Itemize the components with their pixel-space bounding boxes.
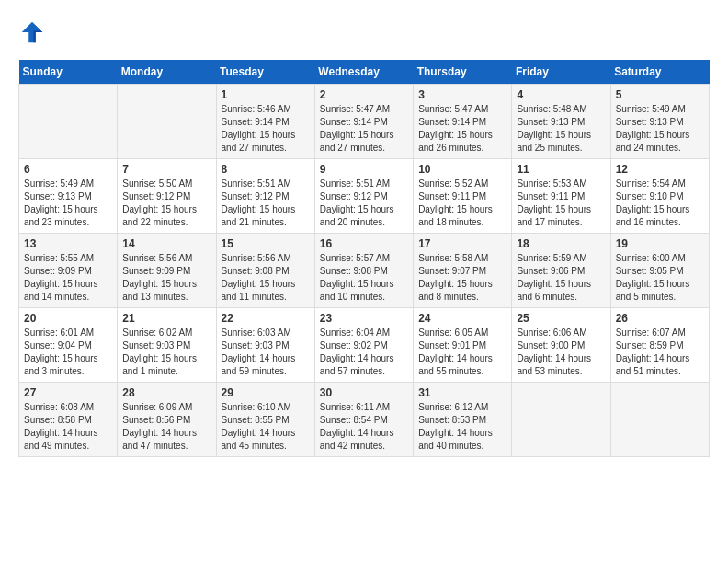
day-number: 29: [222, 386, 310, 399]
day-info: Sunrise: 6:08 AMSunset: 8:58 PMDaylight:…: [24, 401, 112, 453]
calendar-cell: 25Sunrise: 6:06 AMSunset: 9:00 PMDayligh…: [512, 308, 610, 383]
day-info: Sunrise: 5:51 AMSunset: 9:12 PMDaylight:…: [320, 178, 408, 229]
day-number: 24: [418, 312, 506, 325]
day-info: Sunrise: 6:01 AMSunset: 9:04 PMDaylight:…: [24, 327, 112, 378]
day-number: 26: [616, 312, 704, 325]
day-info: Sunrise: 5:50 AMSunset: 9:12 PMDaylight:…: [122, 178, 210, 229]
day-number: 23: [320, 312, 408, 325]
day-info: Sunrise: 6:04 AMSunset: 9:02 PMDaylight:…: [320, 327, 408, 378]
day-number: 13: [24, 237, 112, 250]
day-info: Sunrise: 5:48 AMSunset: 9:13 PMDaylight:…: [517, 103, 605, 155]
calendar-cell: 5Sunrise: 5:49 AMSunset: 9:13 PMDaylight…: [610, 85, 709, 159]
calendar-cell: 6Sunrise: 5:49 AMSunset: 9:13 PMDaylight…: [19, 159, 118, 234]
page-header: [18, 18, 710, 46]
day-number: 25: [517, 312, 605, 325]
day-info: Sunrise: 5:59 AMSunset: 9:06 PMDaylight:…: [517, 252, 605, 304]
day-number: 30: [320, 386, 408, 399]
calendar-cell: 8Sunrise: 5:51 AMSunset: 9:12 PMDaylight…: [216, 159, 314, 234]
day-info: Sunrise: 5:51 AMSunset: 9:12 PMDaylight:…: [222, 178, 310, 229]
day-number: 1: [222, 88, 310, 101]
calendar-cell: 10Sunrise: 5:52 AMSunset: 9:11 PMDayligh…: [414, 159, 512, 234]
col-friday: Friday: [512, 60, 610, 85]
day-number: 15: [222, 237, 310, 250]
calendar-cell: 11Sunrise: 5:53 AMSunset: 9:11 PMDayligh…: [512, 159, 610, 234]
day-number: 7: [122, 163, 210, 176]
calendar-cell: 24Sunrise: 6:05 AMSunset: 9:01 PMDayligh…: [414, 308, 512, 383]
calendar-cell: 19Sunrise: 6:00 AMSunset: 9:05 PMDayligh…: [610, 234, 709, 308]
day-info: Sunrise: 5:58 AMSunset: 9:07 PMDaylight:…: [418, 252, 506, 304]
day-info: Sunrise: 5:56 AMSunset: 9:09 PMDaylight:…: [122, 252, 210, 304]
day-info: Sunrise: 6:11 AMSunset: 8:54 PMDaylight:…: [320, 401, 408, 453]
logo-icon: [18, 18, 46, 46]
calendar-row-5: 27Sunrise: 6:08 AMSunset: 8:58 PMDayligh…: [19, 383, 710, 457]
day-info: Sunrise: 6:07 AMSunset: 8:59 PMDaylight:…: [616, 327, 704, 378]
day-number: 3: [418, 88, 506, 101]
day-number: 9: [320, 163, 408, 176]
day-info: Sunrise: 6:10 AMSunset: 8:55 PMDaylight:…: [222, 401, 310, 453]
day-number: 2: [320, 88, 408, 101]
calendar-row-3: 13Sunrise: 5:55 AMSunset: 9:09 PMDayligh…: [19, 234, 710, 308]
day-number: 31: [418, 386, 506, 399]
day-info: Sunrise: 5:55 AMSunset: 9:09 PMDaylight:…: [24, 252, 112, 304]
day-number: 10: [418, 163, 506, 176]
day-number: 12: [616, 163, 704, 176]
day-number: 4: [517, 88, 605, 101]
calendar-cell: 30Sunrise: 6:11 AMSunset: 8:54 PMDayligh…: [314, 383, 413, 457]
calendar-cell: 15Sunrise: 5:56 AMSunset: 9:08 PMDayligh…: [216, 234, 314, 308]
day-info: Sunrise: 6:09 AMSunset: 8:56 PMDaylight:…: [122, 401, 210, 453]
day-number: 19: [616, 237, 704, 250]
day-number: 16: [320, 237, 408, 250]
day-number: 14: [122, 237, 210, 250]
day-info: Sunrise: 5:46 AMSunset: 9:14 PMDaylight:…: [222, 103, 310, 155]
day-info: Sunrise: 5:53 AMSunset: 9:11 PMDaylight:…: [517, 178, 605, 229]
day-number: 17: [418, 237, 506, 250]
day-info: Sunrise: 6:02 AMSunset: 9:03 PMDaylight:…: [122, 327, 210, 378]
calendar-cell: [118, 85, 216, 159]
day-number: 8: [222, 163, 310, 176]
day-info: Sunrise: 5:54 AMSunset: 9:10 PMDaylight:…: [616, 178, 704, 229]
day-number: 27: [24, 386, 112, 399]
day-info: Sunrise: 5:52 AMSunset: 9:11 PMDaylight:…: [418, 178, 506, 229]
calendar-table: Sunday Monday Tuesday Wednesday Thursday…: [18, 60, 710, 457]
day-number: 5: [616, 88, 704, 101]
col-tuesday: Tuesday: [216, 60, 314, 85]
col-monday: Monday: [118, 60, 216, 85]
calendar-body: 1Sunrise: 5:46 AMSunset: 9:14 PMDaylight…: [19, 85, 710, 457]
calendar-cell: 2Sunrise: 5:47 AMSunset: 9:14 PMDaylight…: [314, 85, 413, 159]
day-info: Sunrise: 6:05 AMSunset: 9:01 PMDaylight:…: [418, 327, 506, 378]
calendar-cell: 7Sunrise: 5:50 AMSunset: 9:12 PMDaylight…: [118, 159, 216, 234]
col-saturday: Saturday: [610, 60, 709, 85]
calendar-cell: [512, 383, 610, 457]
calendar-cell: 20Sunrise: 6:01 AMSunset: 9:04 PMDayligh…: [19, 308, 118, 383]
day-info: Sunrise: 6:12 AMSunset: 8:53 PMDaylight:…: [418, 401, 506, 453]
day-info: Sunrise: 5:47 AMSunset: 9:14 PMDaylight:…: [320, 103, 408, 155]
calendar-cell: 29Sunrise: 6:10 AMSunset: 8:55 PMDayligh…: [216, 383, 314, 457]
day-number: 11: [517, 163, 605, 176]
logo: [18, 18, 50, 46]
calendar-row-4: 20Sunrise: 6:01 AMSunset: 9:04 PMDayligh…: [19, 308, 710, 383]
calendar-cell: 31Sunrise: 6:12 AMSunset: 8:53 PMDayligh…: [414, 383, 512, 457]
day-info: Sunrise: 5:56 AMSunset: 9:08 PMDaylight:…: [222, 252, 310, 304]
calendar-cell: 1Sunrise: 5:46 AMSunset: 9:14 PMDaylight…: [216, 85, 314, 159]
day-number: 21: [122, 312, 210, 325]
calendar-cell: [610, 383, 709, 457]
day-info: Sunrise: 6:03 AMSunset: 9:03 PMDaylight:…: [222, 327, 310, 378]
calendar-cell: 9Sunrise: 5:51 AMSunset: 9:12 PMDaylight…: [314, 159, 413, 234]
calendar-cell: 4Sunrise: 5:48 AMSunset: 9:13 PMDaylight…: [512, 85, 610, 159]
day-info: Sunrise: 5:57 AMSunset: 9:08 PMDaylight:…: [320, 252, 408, 304]
calendar-cell: 22Sunrise: 6:03 AMSunset: 9:03 PMDayligh…: [216, 308, 314, 383]
day-info: Sunrise: 5:49 AMSunset: 9:13 PMDaylight:…: [24, 178, 112, 229]
day-number: 28: [122, 386, 210, 399]
day-number: 6: [24, 163, 112, 176]
col-thursday: Thursday: [414, 60, 512, 85]
col-sunday: Sunday: [19, 60, 118, 85]
calendar-cell: 12Sunrise: 5:54 AMSunset: 9:10 PMDayligh…: [610, 159, 709, 234]
day-number: 18: [517, 237, 605, 250]
calendar-cell: 3Sunrise: 5:47 AMSunset: 9:14 PMDaylight…: [414, 85, 512, 159]
calendar-cell: 23Sunrise: 6:04 AMSunset: 9:02 PMDayligh…: [314, 308, 413, 383]
calendar-cell: 16Sunrise: 5:57 AMSunset: 9:08 PMDayligh…: [314, 234, 413, 308]
day-info: Sunrise: 5:49 AMSunset: 9:13 PMDaylight:…: [616, 103, 704, 155]
header-row: Sunday Monday Tuesday Wednesday Thursday…: [19, 60, 710, 85]
calendar-cell: 13Sunrise: 5:55 AMSunset: 9:09 PMDayligh…: [19, 234, 118, 308]
day-info: Sunrise: 6:06 AMSunset: 9:00 PMDaylight:…: [517, 327, 605, 378]
